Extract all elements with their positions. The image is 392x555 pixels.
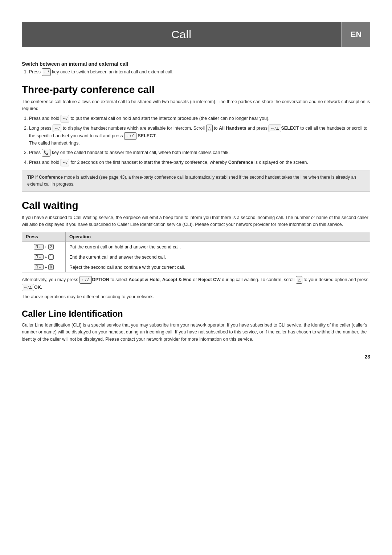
press-cell-1: R← + 2	[22, 242, 66, 252]
key-answer: 📞	[42, 149, 50, 157]
key-combo-r0: R← + 0	[34, 264, 54, 270]
key-ok: ←/∠	[22, 284, 34, 291]
r-key: R←	[34, 244, 44, 250]
press-cell-3: R← + 0	[22, 262, 66, 272]
page-title: Call	[171, 28, 192, 41]
tip-box: TIP If Conference mode is activated (see…	[22, 170, 370, 191]
key-2: 2	[48, 244, 54, 250]
r-key-2: R←	[34, 254, 44, 260]
tip-label: TIP	[27, 175, 34, 180]
key-combo-r1: R← + 1	[34, 254, 54, 260]
plus-sign: +	[45, 245, 47, 249]
key-hold-2: ←/	[61, 159, 69, 166]
table-col-press: Press	[22, 232, 66, 242]
table-col-operation: Operation	[66, 232, 370, 242]
three-party-heading: Three-party conference call	[22, 84, 370, 96]
key-select-2: ←/∠	[124, 132, 136, 140]
key-option: ←/∠	[79, 276, 92, 284]
header: Call EN	[22, 22, 370, 47]
key-long-1: ←/	[53, 125, 61, 132]
content: Switch between an internal and external …	[0, 47, 392, 374]
three-party-steps: Press and hold ←/ to put the external ca…	[29, 115, 370, 167]
switch-step-1: Press ←/ key once to switch between an i…	[29, 68, 370, 76]
call-waiting-heading: Call waiting	[22, 200, 370, 211]
cli-body: Caller Line Identification (CLI) is a sp…	[22, 322, 370, 343]
table-row: R← + 1 End the current call and answer t…	[22, 252, 370, 262]
plus-sign-2: +	[45, 255, 47, 259]
page-number: 23	[22, 354, 370, 360]
switch-steps: Press ←/ key once to switch between an i…	[29, 68, 370, 76]
press-cell-2: R← + 1	[22, 252, 66, 262]
three-party-step-2: Long press ←/ to display the handset num…	[29, 125, 370, 147]
cli-heading: Caller Line Identification	[22, 309, 370, 319]
key-combo-r2: R← + 2	[34, 244, 54, 250]
operation-cell-3: Reject the second call and continue with…	[66, 262, 370, 272]
call-waiting-note1: Alternatively, you may press ←/∠OPTION t…	[22, 276, 370, 291]
table-row: R← + 0 Reject the second call and contin…	[22, 262, 370, 272]
key-0: 0	[48, 264, 54, 270]
key-select-1: ←/∠	[269, 125, 281, 132]
operation-cell-2: End the current call and answer the seco…	[66, 252, 370, 262]
page: Call EN Switch between an internal and e…	[0, 22, 392, 555]
call-waiting-intro: If you have subscribed to Call Waiting s…	[22, 214, 370, 228]
call-waiting-note2: The above operations may be different ac…	[22, 293, 370, 300]
header-lang: EN	[341, 22, 370, 47]
header-title-area: Call	[22, 22, 341, 47]
three-party-step-1: Press and hold ←/ to put the external ca…	[29, 115, 370, 122]
three-party-step-3: Press 📞 key on the called handset to ans…	[29, 149, 370, 157]
tip-text: If Conference mode is activated (see pag…	[27, 175, 356, 187]
switch-section-heading: Switch between an internal and external …	[22, 61, 370, 67]
plus-sign-3: +	[45, 265, 47, 270]
r-key-3: R←	[34, 264, 44, 270]
key-scroll-1: △	[206, 125, 213, 132]
key-1: 1	[48, 254, 54, 260]
call-waiting-table: Press Operation R← + 2 Put the current c…	[22, 232, 370, 272]
key-hold-1: ←/	[61, 115, 69, 122]
operation-cell-1: Put the current call on hold and answer …	[66, 242, 370, 252]
key-switch: ←/	[42, 68, 50, 76]
three-party-intro: The conference call feature allows one e…	[22, 98, 370, 113]
three-party-step-4: Press and hold ←/ for 2 seconds on the f…	[29, 159, 370, 166]
key-scroll-2: △	[296, 276, 302, 284]
table-row: R← + 2 Put the current call on hold and …	[22, 242, 370, 252]
